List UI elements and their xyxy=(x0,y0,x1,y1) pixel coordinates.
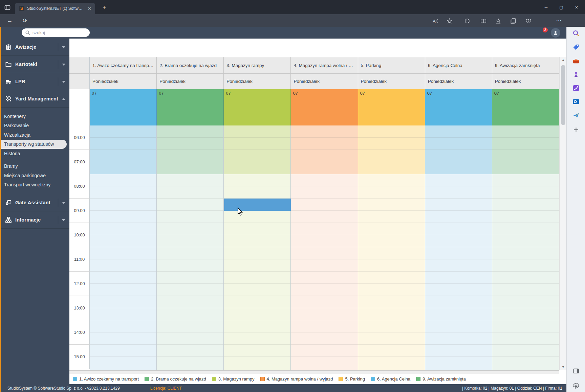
time-slot[interactable] xyxy=(358,357,425,369)
time-slot[interactable] xyxy=(157,284,223,296)
time-slot[interactable] xyxy=(425,150,492,162)
time-slot[interactable] xyxy=(291,211,358,223)
time-slot[interactable] xyxy=(425,223,492,235)
time-slot[interactable] xyxy=(425,247,492,259)
time-slot[interactable] xyxy=(492,345,559,357)
time-slot[interactable] xyxy=(157,272,223,284)
time-slot[interactable] xyxy=(224,186,290,199)
time-slot[interactable] xyxy=(291,150,358,162)
shopping-icon[interactable] xyxy=(572,44,580,51)
time-slot[interactable] xyxy=(224,296,290,308)
submenu-item-miejsca-parkingowe[interactable]: Miejsca parkingowe xyxy=(0,171,69,180)
time-slot[interactable] xyxy=(492,320,559,332)
all-day-cell[interactable]: 07 xyxy=(358,89,425,125)
user-icon[interactable] xyxy=(551,28,560,38)
time-slot[interactable] xyxy=(291,125,358,138)
all-day-cell[interactable]: 07 xyxy=(224,89,291,125)
time-slot[interactable] xyxy=(425,235,492,247)
time-slot[interactable] xyxy=(224,272,290,284)
time-slot[interactable] xyxy=(291,223,358,235)
time-slot[interactable] xyxy=(224,150,290,162)
time-slot[interactable] xyxy=(492,332,559,345)
time-slot[interactable] xyxy=(224,332,290,345)
time-slot[interactable] xyxy=(291,272,358,284)
tab-close-icon[interactable]: ✕ xyxy=(87,6,92,11)
submenu-item-bramy[interactable]: Bramy xyxy=(0,162,69,171)
time-slot[interactable] xyxy=(358,308,425,320)
time-slot[interactable] xyxy=(425,272,492,284)
time-slot[interactable] xyxy=(358,296,425,308)
time-slot[interactable] xyxy=(425,259,492,272)
back-button[interactable]: ← xyxy=(6,17,13,24)
time-slot[interactable] xyxy=(291,332,358,345)
time-slot[interactable] xyxy=(157,235,223,247)
time-slot[interactable] xyxy=(291,235,358,247)
time-slot[interactable] xyxy=(90,199,156,211)
time-slot[interactable] xyxy=(157,211,223,223)
time-slot[interactable] xyxy=(492,247,559,259)
time-slot[interactable] xyxy=(425,162,492,174)
time-slot[interactable] xyxy=(157,125,223,138)
time-slot[interactable] xyxy=(492,186,559,199)
time-slot[interactable] xyxy=(358,125,425,138)
time-slot[interactable] xyxy=(90,174,156,186)
time-slot[interactable] xyxy=(224,308,290,320)
window-minimize-button[interactable]: ─ xyxy=(540,3,552,11)
time-slot[interactable] xyxy=(90,162,156,174)
scroll-down-icon[interactable]: ▼ xyxy=(560,364,567,370)
time-slot[interactable] xyxy=(157,186,223,199)
time-slot[interactable] xyxy=(425,199,492,211)
time-slot[interactable] xyxy=(358,284,425,296)
time-slot[interactable] xyxy=(224,259,290,272)
time-slot[interactable] xyxy=(224,125,290,138)
time-slot[interactable] xyxy=(157,138,223,150)
time-slot[interactable] xyxy=(90,211,156,223)
time-slot[interactable] xyxy=(425,320,492,332)
time-slot[interactable] xyxy=(291,345,358,357)
time-slot[interactable] xyxy=(492,174,559,186)
time-slot[interactable] xyxy=(90,186,156,199)
time-slot[interactable] xyxy=(224,211,290,223)
time-slot[interactable] xyxy=(90,332,156,345)
time-slot[interactable] xyxy=(358,320,425,332)
microsoft365-icon[interactable] xyxy=(572,85,580,92)
time-slot[interactable] xyxy=(90,272,156,284)
scroll-up-icon[interactable]: ▲ xyxy=(560,57,567,63)
time-slot[interactable] xyxy=(224,284,290,296)
time-slot[interactable] xyxy=(358,223,425,235)
collections-icon[interactable] xyxy=(510,18,516,24)
time-slot[interactable] xyxy=(358,150,425,162)
submenu-item-parkowanie[interactable]: Parkowanie xyxy=(0,121,69,131)
time-slot[interactable] xyxy=(224,162,290,174)
tools-icon[interactable] xyxy=(572,57,580,65)
split-screen-icon[interactable] xyxy=(480,18,486,24)
time-slot[interactable] xyxy=(492,357,559,369)
window-close-button[interactable]: ✕ xyxy=(571,3,582,11)
time-slot[interactable] xyxy=(492,259,559,272)
browser-tab[interactable]: S StudioSystem.NET (c) SoftwareStu ✕ xyxy=(15,3,95,14)
time-slot[interactable] xyxy=(90,125,156,138)
time-slot[interactable] xyxy=(425,332,492,345)
games-icon[interactable] xyxy=(572,71,580,78)
time-slot[interactable] xyxy=(224,223,290,235)
time-slot[interactable] xyxy=(358,247,425,259)
outlook-icon[interactable] xyxy=(572,98,580,105)
time-slot[interactable] xyxy=(492,308,559,320)
time-slot[interactable] xyxy=(157,199,223,211)
time-slot[interactable] xyxy=(425,345,492,357)
time-slot[interactable] xyxy=(492,211,559,223)
time-slot[interactable] xyxy=(358,211,425,223)
time-slot[interactable] xyxy=(157,162,223,174)
time-slot[interactable] xyxy=(157,174,223,186)
time-slot[interactable] xyxy=(358,162,425,174)
time-slot[interactable] xyxy=(90,259,156,272)
time-slot[interactable] xyxy=(224,345,290,357)
time-slot[interactable] xyxy=(157,345,223,357)
time-slot[interactable] xyxy=(358,235,425,247)
submenu-item-transport-wewnętrzny[interactable]: Transport wewnętrzny xyxy=(0,180,69,190)
time-slot[interactable] xyxy=(291,186,358,199)
time-slot[interactable] xyxy=(291,247,358,259)
all-day-cell[interactable]: 07 xyxy=(425,89,492,125)
time-slot[interactable] xyxy=(425,174,492,186)
tab-actions-icon[interactable] xyxy=(4,4,11,11)
